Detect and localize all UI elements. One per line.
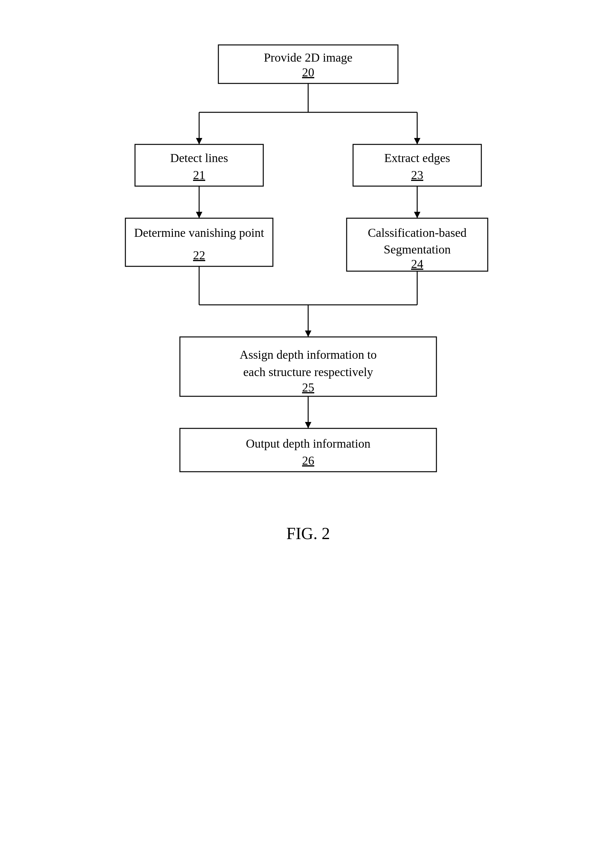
determine-vanishing-label: Determine vanishing point [134, 226, 264, 239]
assign-depth-number: 25 [302, 381, 314, 394]
diagram-container: Provide 2D image 20 Detect lines 21 Extr… [116, 26, 501, 733]
extract-edges-label: Extract edges [384, 151, 450, 165]
determine-vanishing-number: 22 [193, 248, 205, 262]
output-depth-label: Output depth information [246, 437, 370, 450]
svg-marker-4 [196, 138, 202, 144]
classification-label2: Segmentation [383, 243, 451, 256]
classification-label: Calssification-based [368, 226, 466, 239]
figure-label: FIG. 2 [286, 525, 330, 543]
provide-2d-label: Provide 2D image [264, 51, 352, 64]
svg-marker-12 [414, 212, 420, 218]
svg-marker-6 [414, 138, 420, 144]
assign-depth-label: Assign depth information to [240, 348, 376, 361]
output-depth-number: 26 [302, 454, 314, 467]
flowchart-svg: Provide 2D image 20 Detect lines 21 Extr… [116, 26, 501, 732]
svg-marker-10 [196, 212, 202, 218]
svg-marker-19 [305, 331, 311, 337]
detect-lines-label: Detect lines [170, 151, 228, 165]
extract-edges-number: 23 [411, 168, 423, 182]
provide-2d-number: 20 [302, 65, 314, 79]
detect-lines-number: 21 [193, 168, 205, 182]
classification-number: 24 [411, 257, 423, 271]
svg-marker-22 [305, 422, 311, 428]
assign-depth-label2: each structure respectively [243, 365, 373, 379]
